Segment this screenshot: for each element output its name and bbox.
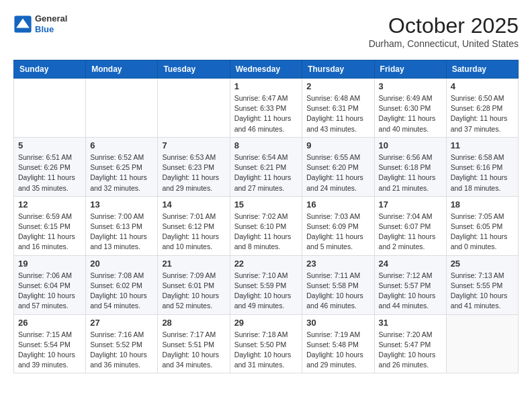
- day-number: 30: [306, 318, 369, 328]
- day-info: Sunrise: 7:10 AM Sunset: 5:59 PM Dayligh…: [234, 271, 298, 312]
- day-number: 16: [306, 199, 369, 210]
- day-info: Sunrise: 7:11 AM Sunset: 5:58 PM Dayligh…: [306, 271, 369, 312]
- day-number: 13: [90, 199, 153, 210]
- day-number: 19: [18, 259, 81, 269]
- day-info: Sunrise: 7:00 AM Sunset: 6:13 PM Dayligh…: [90, 212, 153, 253]
- calendar-cell: 29Sunrise: 7:18 AM Sunset: 5:50 PM Dayli…: [230, 314, 302, 373]
- day-number: 5: [18, 140, 81, 150]
- day-number: 25: [451, 259, 514, 269]
- day-number: 29: [234, 318, 298, 328]
- calendar-cell: [14, 79, 86, 138]
- calendar-cell: 27Sunrise: 7:16 AM Sunset: 5:52 PM Dayli…: [86, 314, 158, 373]
- calendar-cell: 22Sunrise: 7:10 AM Sunset: 5:59 PM Dayli…: [230, 255, 302, 314]
- calendar-cell: 3Sunrise: 6:49 AM Sunset: 6:30 PM Daylig…: [374, 79, 446, 138]
- calendar-cell: 19Sunrise: 7:06 AM Sunset: 6:04 PM Dayli…: [14, 255, 86, 314]
- day-info: Sunrise: 6:59 AM Sunset: 6:15 PM Dayligh…: [18, 212, 81, 253]
- day-number: 20: [90, 259, 153, 269]
- day-info: Sunrise: 6:48 AM Sunset: 6:31 PM Dayligh…: [306, 93, 369, 134]
- logo-text: General Blue: [35, 13, 67, 34]
- day-number: 18: [451, 199, 514, 210]
- weekday-header: Tuesday: [158, 60, 230, 79]
- day-info: Sunrise: 7:17 AM Sunset: 5:51 PM Dayligh…: [162, 330, 225, 371]
- calendar-cell: 15Sunrise: 7:02 AM Sunset: 6:10 PM Dayli…: [230, 196, 302, 255]
- calendar-cell: 10Sunrise: 6:56 AM Sunset: 6:18 PM Dayli…: [374, 137, 446, 196]
- day-number: 23: [306, 259, 369, 269]
- day-number: 3: [379, 81, 442, 91]
- day-info: Sunrise: 7:03 AM Sunset: 6:09 PM Dayligh…: [306, 212, 369, 253]
- calendar-cell: [86, 79, 158, 138]
- page-header: General Blue October 2025 Durham, Connec…: [13, 13, 519, 49]
- calendar-body: 1Sunrise: 6:47 AM Sunset: 6:33 PM Daylig…: [14, 79, 519, 373]
- logo: General Blue: [13, 13, 67, 34]
- logo-blue: Blue: [35, 24, 67, 35]
- day-number: 22: [234, 259, 298, 269]
- day-number: 1: [234, 81, 298, 91]
- day-number: 21: [162, 259, 225, 269]
- day-info: Sunrise: 7:06 AM Sunset: 6:04 PM Dayligh…: [18, 271, 81, 312]
- day-number: 17: [379, 199, 442, 210]
- day-number: 31: [379, 318, 442, 328]
- location: Durham, Connecticut, United States: [369, 38, 519, 49]
- calendar-cell: 14Sunrise: 7:01 AM Sunset: 6:12 PM Dayli…: [158, 196, 230, 255]
- weekday-header: Friday: [374, 60, 446, 79]
- day-number: 15: [234, 199, 298, 210]
- calendar-cell: 20Sunrise: 7:08 AM Sunset: 6:02 PM Dayli…: [86, 255, 158, 314]
- calendar-week-row: 1Sunrise: 6:47 AM Sunset: 6:33 PM Daylig…: [14, 79, 519, 138]
- calendar-cell: 4Sunrise: 6:50 AM Sunset: 6:28 PM Daylig…: [446, 79, 518, 138]
- day-info: Sunrise: 7:18 AM Sunset: 5:50 PM Dayligh…: [234, 330, 298, 371]
- calendar-cell: 12Sunrise: 6:59 AM Sunset: 6:15 PM Dayli…: [14, 196, 86, 255]
- day-info: Sunrise: 7:13 AM Sunset: 5:55 PM Dayligh…: [451, 271, 514, 312]
- day-info: Sunrise: 7:01 AM Sunset: 6:12 PM Dayligh…: [162, 212, 225, 253]
- calendar-week-row: 12Sunrise: 6:59 AM Sunset: 6:15 PM Dayli…: [14, 196, 519, 255]
- day-number: 28: [162, 318, 225, 328]
- day-info: Sunrise: 6:58 AM Sunset: 6:16 PM Dayligh…: [451, 152, 514, 193]
- day-number: 24: [379, 259, 442, 269]
- day-info: Sunrise: 6:52 AM Sunset: 6:25 PM Dayligh…: [90, 152, 153, 193]
- day-number: 4: [451, 81, 514, 91]
- calendar-cell: 6Sunrise: 6:52 AM Sunset: 6:25 PM Daylig…: [86, 137, 158, 196]
- day-number: 26: [18, 318, 81, 328]
- calendar-cell: 28Sunrise: 7:17 AM Sunset: 5:51 PM Dayli…: [158, 314, 230, 373]
- calendar-cell: 26Sunrise: 7:15 AM Sunset: 5:54 PM Dayli…: [14, 314, 86, 373]
- day-info: Sunrise: 7:16 AM Sunset: 5:52 PM Dayligh…: [90, 330, 153, 371]
- day-info: Sunrise: 7:20 AM Sunset: 5:47 PM Dayligh…: [379, 330, 442, 371]
- calendar-cell: 7Sunrise: 6:53 AM Sunset: 6:23 PM Daylig…: [158, 137, 230, 196]
- calendar-cell: [446, 314, 518, 373]
- day-number: 8: [234, 140, 298, 150]
- calendar-cell: 13Sunrise: 7:00 AM Sunset: 6:13 PM Dayli…: [86, 196, 158, 255]
- calendar-cell: [158, 79, 230, 138]
- day-info: Sunrise: 7:09 AM Sunset: 6:01 PM Dayligh…: [162, 271, 225, 312]
- logo-general: General: [35, 13, 67, 24]
- day-info: Sunrise: 7:19 AM Sunset: 5:48 PM Dayligh…: [306, 330, 369, 371]
- calendar-cell: 9Sunrise: 6:55 AM Sunset: 6:20 PM Daylig…: [302, 137, 374, 196]
- day-info: Sunrise: 6:55 AM Sunset: 6:20 PM Dayligh…: [306, 152, 369, 193]
- weekday-header: Saturday: [446, 60, 518, 79]
- day-info: Sunrise: 6:47 AM Sunset: 6:33 PM Dayligh…: [234, 93, 298, 134]
- day-info: Sunrise: 7:15 AM Sunset: 5:54 PM Dayligh…: [18, 330, 81, 371]
- weekday-header-row: SundayMondayTuesdayWednesdayThursdayFrid…: [14, 60, 519, 79]
- day-info: Sunrise: 7:12 AM Sunset: 5:57 PM Dayligh…: [379, 271, 442, 312]
- day-info: Sunrise: 6:51 AM Sunset: 6:26 PM Dayligh…: [18, 152, 81, 193]
- calendar-cell: 23Sunrise: 7:11 AM Sunset: 5:58 PM Dayli…: [302, 255, 374, 314]
- day-number: 27: [90, 318, 153, 328]
- day-info: Sunrise: 7:04 AM Sunset: 6:07 PM Dayligh…: [379, 212, 442, 253]
- calendar-cell: 25Sunrise: 7:13 AM Sunset: 5:55 PM Dayli…: [446, 255, 518, 314]
- calendar-cell: 2Sunrise: 6:48 AM Sunset: 6:31 PM Daylig…: [302, 79, 374, 138]
- day-number: 10: [379, 140, 442, 150]
- weekday-header: Monday: [86, 60, 158, 79]
- weekday-header: Wednesday: [230, 60, 302, 79]
- day-info: Sunrise: 6:50 AM Sunset: 6:28 PM Dayligh…: [451, 93, 514, 134]
- calendar-cell: 18Sunrise: 7:05 AM Sunset: 6:05 PM Dayli…: [446, 196, 518, 255]
- weekday-header: Sunday: [14, 60, 86, 79]
- calendar-cell: 16Sunrise: 7:03 AM Sunset: 6:09 PM Dayli…: [302, 196, 374, 255]
- day-number: 9: [306, 140, 369, 150]
- day-number: 6: [90, 140, 153, 150]
- calendar-cell: 8Sunrise: 6:54 AM Sunset: 6:21 PM Daylig…: [230, 137, 302, 196]
- calendar-week-row: 19Sunrise: 7:06 AM Sunset: 6:04 PM Dayli…: [14, 255, 519, 314]
- calendar-cell: 31Sunrise: 7:20 AM Sunset: 5:47 PM Dayli…: [374, 314, 446, 373]
- calendar-cell: 1Sunrise: 6:47 AM Sunset: 6:33 PM Daylig…: [230, 79, 302, 138]
- calendar-week-row: 26Sunrise: 7:15 AM Sunset: 5:54 PM Dayli…: [14, 314, 519, 373]
- day-number: 14: [162, 199, 225, 210]
- day-info: Sunrise: 7:02 AM Sunset: 6:10 PM Dayligh…: [234, 212, 298, 253]
- calendar-cell: 30Sunrise: 7:19 AM Sunset: 5:48 PM Dayli…: [302, 314, 374, 373]
